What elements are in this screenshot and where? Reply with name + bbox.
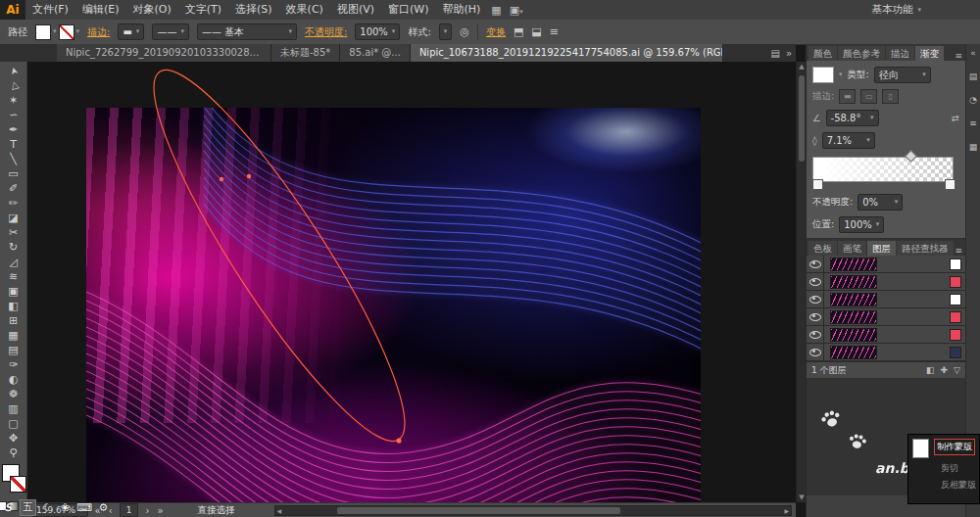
rectangle-tool[interactable]: ▭ bbox=[2, 166, 25, 181]
width-profile-dropdown[interactable]: ——▾ bbox=[152, 24, 189, 40]
stroke-within-icon[interactable]: ▬ bbox=[839, 89, 856, 104]
panel-icon-appearance[interactable]: ▤ bbox=[969, 71, 978, 81]
layer-row[interactable] bbox=[807, 344, 965, 361]
selection-ellipse-path[interactable] bbox=[122, 62, 436, 464]
align-icon[interactable]: ⬒ bbox=[514, 25, 523, 38]
panel-menu-icon[interactable]: ≡ bbox=[550, 25, 559, 38]
anchor-point[interactable] bbox=[247, 174, 251, 178]
rotate-tool[interactable]: ↻ bbox=[2, 240, 25, 255]
scroll-left-icon[interactable]: ◀ bbox=[277, 507, 282, 514]
stroke-proxy-swatch[interactable] bbox=[10, 476, 26, 493]
keyboard-icon[interactable]: ⌨ bbox=[76, 500, 92, 515]
gradient-swatch[interactable] bbox=[812, 67, 834, 83]
symbol-sprayer-tool[interactable]: ❁ bbox=[2, 387, 25, 401]
width-tool[interactable]: ≋ bbox=[2, 269, 25, 284]
workspace-switcher[interactable]: 基本功能 ▾ bbox=[871, 3, 921, 17]
gradient-type-dropdown[interactable]: 径向 ▾ bbox=[874, 67, 931, 83]
arrange-documents-icon[interactable]: ▣▾ bbox=[506, 4, 527, 17]
panel-menu-icon[interactable]: ≡ bbox=[955, 51, 962, 61]
make-mask-button[interactable]: 制作蒙版 bbox=[934, 439, 975, 455]
panel-icon-actions[interactable]: ≡ bbox=[969, 118, 977, 128]
style-dropdown[interactable]: ▾ bbox=[439, 24, 453, 40]
scrollbar-thumb[interactable] bbox=[799, 75, 805, 162]
panel-icon-info[interactable]: ◔ bbox=[969, 95, 977, 105]
type-tool[interactable]: T bbox=[2, 137, 25, 152]
canvas[interactable] bbox=[27, 62, 796, 502]
menu-edit[interactable]: 编辑(E) bbox=[75, 0, 126, 20]
distribute-icon[interactable]: ⬓ bbox=[531, 25, 541, 38]
blend-tool[interactable]: ◐ bbox=[2, 372, 25, 387]
settings-icon[interactable]: ⚙ bbox=[97, 500, 110, 515]
bridge-icon[interactable]: ▦ bbox=[487, 4, 505, 17]
artboard-tool[interactable]: ▢ bbox=[2, 416, 25, 431]
menu-type[interactable]: 文字(T) bbox=[178, 0, 228, 20]
menu-effect[interactable]: 效果(C) bbox=[279, 0, 330, 20]
stroke-along-icon[interactable]: ▭ bbox=[860, 89, 877, 104]
eyedropper-tool[interactable]: ✑ bbox=[2, 357, 25, 372]
tab-gradient[interactable]: 渐变 bbox=[915, 46, 944, 61]
anchor-point[interactable] bbox=[396, 438, 401, 443]
opacity-link[interactable]: 不透明度: bbox=[305, 25, 347, 39]
perspective-grid-tool[interactable]: ⊞ bbox=[2, 313, 25, 328]
opacity-dropdown[interactable]: 100%▾ bbox=[355, 24, 400, 40]
panel-menu-icon[interactable]: ≡ bbox=[955, 246, 962, 256]
gradient-slider[interactable] bbox=[812, 155, 959, 190]
document-tab[interactable]: 85.ai* @... bbox=[340, 44, 411, 62]
document-tab[interactable]: 未标题-85* bbox=[271, 44, 340, 62]
stop-location-dropdown[interactable]: 100% ▾ bbox=[839, 216, 884, 233]
gradient-tool[interactable]: ▤ bbox=[2, 343, 25, 357]
line-segment-tool[interactable]: ╲ bbox=[2, 152, 25, 166]
transform-link[interactable]: 变换 bbox=[486, 25, 506, 39]
gradient-stop-end[interactable] bbox=[945, 179, 956, 190]
layer-row[interactable] bbox=[807, 326, 965, 344]
tab-layers[interactable]: 图层 bbox=[867, 241, 896, 256]
new-layer-icon[interactable]: ✚ bbox=[941, 365, 949, 375]
shape-builder-tool[interactable]: ◧ bbox=[2, 299, 25, 313]
scroll-right-icon[interactable]: ▶ bbox=[784, 507, 789, 514]
layer-row[interactable] bbox=[807, 308, 965, 326]
menu-select[interactable]: 选择(S) bbox=[228, 0, 279, 20]
tab-color-guide[interactable]: 颜色参考 bbox=[838, 46, 885, 61]
sogou-icon[interactable]: S bbox=[2, 500, 15, 515]
document-tab-active[interactable]: Nipic_10673188_20191219225417754085.ai @… bbox=[411, 44, 723, 62]
visibility-toggle[interactable] bbox=[807, 273, 824, 290]
gradient-angle-dropdown[interactable]: -58.8° ▾ bbox=[826, 110, 879, 126]
tab-brushes[interactable]: 画笔 bbox=[838, 241, 866, 256]
layer-row[interactable] bbox=[807, 273, 965, 291]
delete-layer-icon[interactable]: ▽ bbox=[954, 365, 960, 375]
free-transform-tool[interactable]: ▣ bbox=[2, 284, 25, 299]
tab-overflow-icon[interactable]: » bbox=[786, 48, 792, 59]
visibility-toggle[interactable] bbox=[807, 291, 824, 307]
paintbrush-tool[interactable]: ✐ bbox=[2, 181, 25, 196]
wubi-icon[interactable]: 五 bbox=[20, 499, 36, 516]
tab-stroke[interactable]: 描边 bbox=[886, 46, 914, 61]
brush-definition-dropdown[interactable]: —— 基本▾ bbox=[197, 24, 297, 40]
gradient-aspect-dropdown[interactable]: 7.1% ▾ bbox=[822, 132, 875, 149]
scissors-tool[interactable]: ✂ bbox=[2, 225, 25, 240]
next-artboard-button[interactable]: › bbox=[144, 505, 150, 516]
collapse-dock-icon[interactable]: « bbox=[970, 48, 976, 58]
fill-color-swatch[interactable] bbox=[35, 24, 51, 40]
tab-list-icon[interactable]: ▤ bbox=[770, 48, 779, 59]
stroke-color-swatch[interactable] bbox=[59, 24, 74, 40]
hand-tool[interactable]: ✥ bbox=[2, 431, 25, 446]
gradient-ramp[interactable] bbox=[812, 157, 954, 182]
scrollbar-thumb[interactable] bbox=[337, 507, 621, 514]
artboard-number-field[interactable]: 1 bbox=[120, 503, 139, 517]
panel-icon-links[interactable]: ▦ bbox=[969, 142, 978, 152]
pencil-tool[interactable]: ✏ bbox=[2, 196, 25, 211]
clip-option[interactable]: 剪切 bbox=[941, 462, 975, 475]
anchor-point[interactable] bbox=[220, 177, 223, 181]
menu-object[interactable]: 对象(O) bbox=[125, 0, 177, 20]
eraser-tool[interactable]: ◪ bbox=[2, 211, 25, 225]
horizontal-scrollbar[interactable]: ◀ ▶ bbox=[274, 505, 792, 516]
mesh-tool[interactable]: ▦ bbox=[2, 328, 25, 343]
pen-tool[interactable]: ✒ bbox=[2, 122, 25, 137]
stroke-weight-dropdown[interactable]: ▬▾ bbox=[118, 24, 144, 40]
mask-thumbnail[interactable] bbox=[912, 439, 929, 458]
tab-swatches[interactable]: 色板 bbox=[808, 241, 837, 256]
invert-mask-option[interactable]: 反相蒙版 bbox=[941, 479, 975, 492]
make-mask-icon[interactable]: ◧ bbox=[926, 365, 935, 375]
lasso-tool[interactable]: ∽ bbox=[2, 108, 25, 122]
stop-opacity-dropdown[interactable]: 0% ▾ bbox=[858, 194, 903, 211]
